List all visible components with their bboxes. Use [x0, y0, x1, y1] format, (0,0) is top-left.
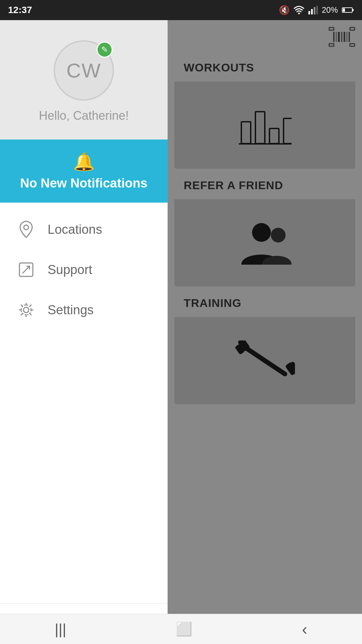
main-container: CW ✎ Hello, Catherine! 🔔 No New Notifica… [0, 20, 362, 644]
avatar-initials: CW [66, 59, 101, 82]
svg-rect-2 [311, 9, 313, 14]
sidebar-item-locations[interactable]: Locations [0, 209, 168, 250]
avatar-container: CW ✎ [54, 40, 114, 101]
friends-icon [235, 221, 295, 265]
barcode-area[interactable] [328, 27, 355, 47]
svg-rect-20 [341, 32, 342, 42]
battery-icon [342, 7, 354, 13]
signal-icon [308, 6, 318, 14]
settings-icon [17, 301, 36, 319]
bottom-nav: ||| ⬜ ‹ [0, 614, 362, 644]
workouts-card-header: WORKOUTS [174, 54, 355, 82]
nav-menu-button[interactable]: ||| [55, 621, 66, 638]
svg-point-11 [21, 305, 31, 315]
status-time: 12:37 [8, 5, 32, 15]
svg-rect-14 [350, 28, 355, 30]
profile-section: CW ✎ Hello, Catherine! [0, 20, 168, 140]
svg-point-8 [24, 225, 28, 230]
sidebar-item-settings[interactable]: Settings [0, 290, 168, 330]
sidebar: CW ✎ Hello, Catherine! 🔔 No New Notifica… [0, 20, 168, 644]
svg-rect-22 [347, 32, 347, 42]
svg-rect-6 [352, 9, 354, 11]
svg-point-10 [23, 307, 29, 313]
svg-point-0 [298, 13, 300, 14]
nav-home-button[interactable]: ⬜ [176, 621, 192, 637]
notification-banner[interactable]: 🔔 No New Notifications [0, 140, 168, 203]
training-card-body [174, 317, 355, 404]
refer-card[interactable]: REFER A FRIEND [174, 171, 355, 286]
notification-text: No New Notifications [20, 176, 147, 191]
main-content: WORKOUTS REFER A FRIEND [168, 20, 362, 644]
status-icons: 🔇 20% [279, 5, 354, 15]
workouts-card-body [174, 82, 355, 169]
svg-line-31 [245, 347, 285, 374]
locations-label: Locations [48, 222, 102, 237]
svg-rect-18 [336, 32, 337, 42]
battery-text: 20% [322, 5, 338, 15]
svg-rect-7 [343, 8, 345, 12]
support-label: Support [48, 263, 92, 277]
settings-label: Settings [48, 303, 94, 317]
svg-rect-1 [308, 11, 310, 14]
training-title: TRAINING [184, 297, 241, 309]
refer-card-body [174, 199, 355, 286]
svg-rect-27 [284, 118, 292, 144]
svg-rect-23 [349, 32, 350, 42]
location-pin-icon [17, 220, 36, 239]
svg-rect-4 [316, 6, 318, 14]
status-bar: 12:37 🔇 20% [0, 0, 362, 20]
menu-items: Locations Support [0, 203, 168, 603]
svg-point-30 [271, 228, 286, 243]
svg-rect-21 [344, 32, 345, 42]
edit-badge[interactable]: ✎ [97, 42, 113, 58]
workouts-title: WORKOUTS [184, 61, 254, 74]
svg-rect-13 [329, 28, 334, 30]
svg-rect-25 [255, 112, 265, 144]
bell-icon: 🔔 [73, 152, 95, 172]
refer-card-header: REFER A FRIEND [174, 171, 355, 199]
wifi-icon [294, 6, 304, 14]
greeting-text: Hello, Catherine! [39, 109, 129, 123]
sidebar-item-support[interactable]: Support [0, 250, 168, 290]
svg-rect-19 [338, 32, 340, 42]
svg-rect-3 [314, 7, 315, 14]
svg-rect-24 [241, 122, 251, 144]
svg-point-29 [252, 223, 271, 242]
refer-title: REFER A FRIEND [184, 179, 283, 192]
edit-icon: ✎ [101, 45, 108, 54]
svg-rect-15 [329, 44, 334, 46]
nav-back-button[interactable]: ‹ [302, 620, 307, 638]
mute-icon: 🔇 [279, 5, 290, 15]
svg-rect-26 [269, 128, 279, 144]
cards-container: WORKOUTS REFER A FRIEND [168, 47, 362, 411]
bar-chart-icon [238, 105, 292, 145]
support-icon [17, 260, 36, 279]
training-card-header: TRAINING [174, 289, 355, 317]
training-card[interactable]: TRAINING [174, 289, 355, 404]
svg-rect-16 [350, 44, 355, 46]
svg-rect-17 [333, 32, 335, 42]
workouts-card[interactable]: WORKOUTS [174, 54, 355, 169]
training-icon [235, 340, 295, 381]
